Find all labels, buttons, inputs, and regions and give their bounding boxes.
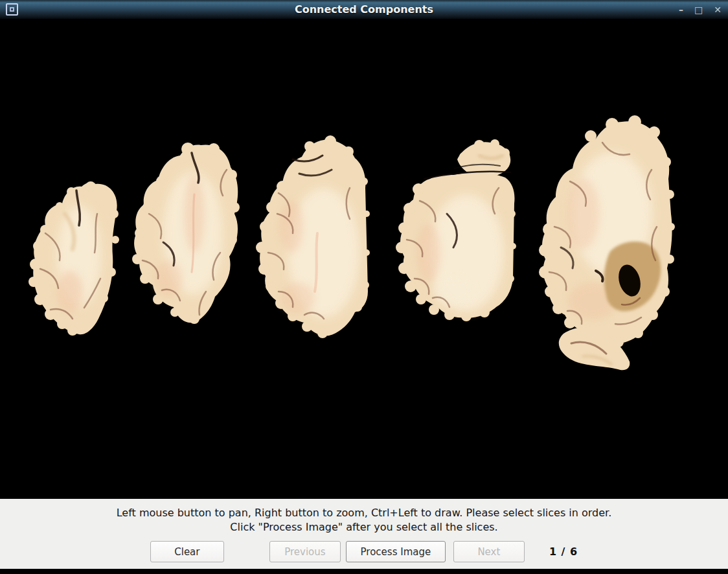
brain-slice-3[interactable] — [256, 135, 370, 338]
controls-row: Clear Previous Process Image Next 1 / 6 — [0, 541, 728, 562]
instructions-line-2: Click "Process Image" after you select a… — [0, 520, 728, 534]
brain-slice-5[interactable] — [539, 115, 675, 370]
page-indicator: 1 / 6 — [549, 545, 578, 558]
footer-panel: Left mouse button to pan, Right button t… — [0, 499, 728, 569]
titlebar[interactable]: Connected Components – □ ✕ — [0, 0, 728, 19]
maximize-icon[interactable]: □ — [694, 0, 703, 19]
instructions-line-1: Left mouse button to pan, Right button t… — [0, 506, 728, 520]
window-title: Connected Components — [0, 0, 728, 19]
clear-button[interactable]: Clear — [150, 541, 224, 562]
next-button[interactable]: Next — [453, 541, 525, 562]
previous-button[interactable]: Previous — [269, 541, 341, 562]
image-canvas[interactable] — [0, 19, 728, 499]
app-window: Connected Components – □ ✕ — [0, 0, 728, 574]
minimize-icon[interactable]: – — [679, 0, 683, 19]
brain-slice-2[interactable] — [132, 143, 240, 324]
close-icon[interactable]: ✕ — [714, 0, 722, 19]
process-image-button[interactable]: Process Image — [346, 541, 446, 562]
brain-slice-1[interactable] — [28, 181, 119, 336]
brain-slice-4[interactable] — [396, 139, 516, 321]
window-bottom-border — [0, 569, 728, 574]
